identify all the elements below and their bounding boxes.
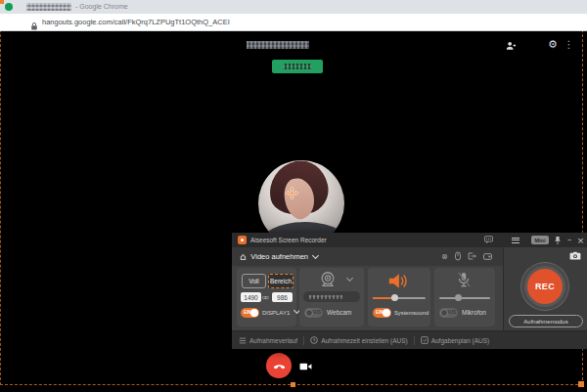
recording-mode-button[interactable]: Aufnahmemodus xyxy=(509,315,583,327)
history-label: Aufnahmeverlauf xyxy=(249,337,297,344)
camera-toggle-icon[interactable] xyxy=(299,358,312,375)
duration-label: Aufnahmezeit einstellen (AUS) xyxy=(321,337,408,344)
volume-slider[interactable] xyxy=(373,297,426,299)
webcam-toggle[interactable]: AUS xyxy=(304,308,323,318)
task-schedule-item[interactable]: Aufgabenplan (AUS) xyxy=(421,336,490,344)
custom-area-button[interactable]: Bereich xyxy=(268,274,294,288)
browser-addressbar[interactable]: hangouts.google.com/call/FkQrq7LZPUgTt1O… xyxy=(0,14,587,31)
recorder-titlebar[interactable]: Aiseesoft Screen Recorder Mini – × xyxy=(232,233,587,247)
slider-knob[interactable] xyxy=(391,294,398,301)
webcam-card: AUS Webcam xyxy=(299,268,364,327)
chevron-down-icon[interactable] xyxy=(346,275,353,282)
screenshot-root: - Google Chrome hangouts.google.com/call… xyxy=(0,0,587,392)
webcam-label: Webcam xyxy=(327,308,352,318)
exit-fullscreen-icon[interactable] xyxy=(468,252,476,261)
chevron-down-icon[interactable] xyxy=(312,252,319,259)
region-width-input[interactable] xyxy=(241,292,261,302)
region-handle-bottomright[interactable] xyxy=(578,381,584,387)
censored-caller-name xyxy=(247,41,309,49)
feedback-icon[interactable] xyxy=(482,233,494,247)
disabled-device-text xyxy=(309,295,342,299)
hangouts-favicon-icon xyxy=(5,3,13,11)
mini-mode-button[interactable]: Mini xyxy=(531,236,549,244)
app-logo-icon xyxy=(238,236,247,244)
censored-button-label xyxy=(283,64,312,69)
rec-button-ring: REC xyxy=(521,263,568,310)
toggle-knob xyxy=(440,309,448,317)
clock-icon xyxy=(310,336,318,344)
censored-tab-title xyxy=(26,3,71,11)
footer-divider xyxy=(303,336,304,345)
mouse-record-icon[interactable] xyxy=(455,251,461,262)
task-calendar-icon xyxy=(421,336,429,344)
webcam-device-bar xyxy=(303,291,360,302)
exclude-window-icon[interactable]: ⊗ xyxy=(441,247,448,266)
systemsound-toggle[interactable]: EIN xyxy=(373,308,391,318)
toggle-knob xyxy=(250,309,258,317)
webcam-icon[interactable] xyxy=(319,271,337,288)
display-toggle[interactable]: EIN xyxy=(241,308,259,318)
schedule-label: Aufgabenplan (AUS) xyxy=(431,337,490,344)
region-card: Voll Bereich EIN DISPLAY1 xyxy=(237,268,296,327)
full-screen-button[interactable]: Voll xyxy=(242,274,266,288)
more-options-icon[interactable]: ⋮ xyxy=(564,37,573,51)
mic-volume-slider[interactable] xyxy=(439,297,490,299)
pin-icon[interactable] xyxy=(553,233,563,247)
toggle-knob xyxy=(383,309,390,317)
microphone-muted-icon[interactable] xyxy=(456,271,472,289)
region-border-left[interactable] xyxy=(0,0,1,385)
rec-button[interactable]: REC xyxy=(527,269,563,304)
record-length-item[interactable]: Aufnahmezeit einstellen (AUS) xyxy=(310,336,408,344)
toggle-knob xyxy=(305,309,313,317)
menu-hamburger-icon[interactable] xyxy=(510,233,521,247)
region-height-input[interactable] xyxy=(272,292,293,302)
url-text[interactable]: hangouts.google.com/call/FkQrq7LZPUgTt1O… xyxy=(42,14,230,30)
systemsound-card: EIN Systemsound xyxy=(368,268,430,327)
microphone-toggle[interactable]: AUS xyxy=(439,308,458,318)
recorder-title: Aiseesoft Screen Recorder xyxy=(250,233,327,247)
display-select[interactable]: DISPLAY1 xyxy=(262,308,290,318)
microphone-label: Mikrofon xyxy=(462,308,486,318)
lock-icon[interactable] xyxy=(30,18,38,35)
minimize-button[interactable]: – xyxy=(564,233,574,247)
recording-history-item[interactable]: Aufnahmeverlauf xyxy=(239,337,297,344)
footer-divider xyxy=(414,336,415,345)
mode-menu-label[interactable]: Video aufnehmen xyxy=(250,252,308,261)
systemsound-label: Systemsound xyxy=(394,308,429,318)
home-icon[interactable]: ⌂ xyxy=(240,247,246,266)
screen-recorder-window: Aiseesoft Screen Recorder Mini – × ⌂ Vid… xyxy=(232,233,587,349)
speaker-icon[interactable] xyxy=(387,272,409,291)
region-handle-topleft[interactable] xyxy=(0,0,4,4)
recorder-footer: Aufnahmeverlauf Aufnahmezeit einstellen … xyxy=(232,330,587,349)
recording-overlay-icon[interactable] xyxy=(483,253,492,261)
list-icon xyxy=(239,337,247,344)
hangup-button[interactable] xyxy=(266,353,292,378)
move-crosshair-icon[interactable] xyxy=(285,186,299,204)
link-dimensions-icon[interactable] xyxy=(262,294,269,301)
close-button[interactable]: × xyxy=(575,233,586,247)
browser-titlebar: - Google Chrome xyxy=(0,0,587,14)
rec-panel: REC Aufnahmemodus xyxy=(503,247,587,330)
window-title: - Google Chrome xyxy=(75,0,128,14)
phone-down-icon xyxy=(272,359,287,373)
screenshot-camera-icon[interactable] xyxy=(569,251,581,261)
microphone-card: AUS Mikrofon xyxy=(434,268,495,327)
add-person-icon[interactable] xyxy=(504,38,518,52)
join-call-button[interactable] xyxy=(272,60,323,73)
slider-knob[interactable] xyxy=(455,294,462,301)
settings-gear-icon[interactable]: ⚙ xyxy=(546,37,560,51)
region-handle-bottomcenter[interactable] xyxy=(291,382,295,387)
